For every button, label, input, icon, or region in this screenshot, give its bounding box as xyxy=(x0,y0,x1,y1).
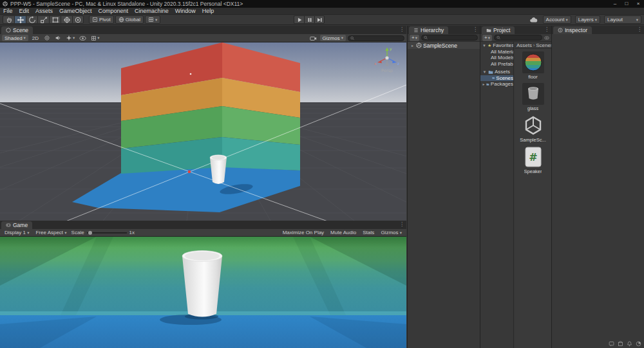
panel-menu-icon[interactable]: ⋮ xyxy=(399,221,404,227)
account-dropdown[interactable]: Account▾ xyxy=(543,15,571,24)
tab-inspector[interactable]: Inspector xyxy=(553,26,592,34)
layout-label: Layout xyxy=(607,17,623,23)
tab-game[interactable]: Game xyxy=(1,221,32,229)
tree-item-assets[interactable]: ▼ Assets xyxy=(480,69,513,75)
game-canvas[interactable] xyxy=(0,237,406,348)
display-dropdown[interactable]: Display 1 ▾ xyxy=(3,230,31,236)
game-gizmos-dropdown[interactable]: Gizmos ▾ xyxy=(379,230,404,236)
menu-item-cinemachine[interactable]: Cinemachine xyxy=(131,8,172,15)
asset-item-glass[interactable]: glass xyxy=(515,83,551,111)
snap-settings-button[interactable]: ▾ xyxy=(145,15,160,24)
scene-search[interactable] xyxy=(348,35,404,41)
breadcrumb-scenes[interactable]: Scenes xyxy=(536,42,553,48)
chevron-down-icon: ▾ xyxy=(595,17,597,23)
aspect-dropdown[interactable]: Free Aspect ▾ xyxy=(33,230,68,236)
menu-item-help[interactable]: Help xyxy=(199,8,218,15)
rotate-tool-button[interactable] xyxy=(26,15,37,24)
shading-mode-dropdown[interactable]: Shaded▾ xyxy=(2,35,28,41)
tab-project[interactable]: Project xyxy=(482,26,515,34)
scene-toolbar: Shaded▾ 2D ▾ ▾ Gizmos▾ xyxy=(0,34,406,42)
project-tab-icon xyxy=(486,28,491,33)
2d-toggle-button[interactable]: 2D xyxy=(30,35,41,41)
cloud-collab-button[interactable] xyxy=(528,16,539,23)
maximize-button[interactable]: □ xyxy=(621,0,632,8)
expander-icon[interactable]: ▼ xyxy=(482,70,487,74)
expander-icon[interactable]: ▸ xyxy=(410,43,415,48)
panel-menu-icon[interactable]: ⋮ xyxy=(399,26,404,32)
add-object-button[interactable]: +▾ xyxy=(410,35,419,41)
layers-dropdown[interactable]: Layers▾ xyxy=(575,15,600,24)
scene-lighting-toggle[interactable] xyxy=(43,35,52,42)
chevron-down-icon: ▾ xyxy=(488,35,490,41)
package-status-icon[interactable] xyxy=(618,341,623,347)
pivot-toggle-button[interactable]: Pivot xyxy=(89,15,114,24)
menu-item-window[interactable]: Window xyxy=(172,8,199,15)
notification-bell-icon[interactable] xyxy=(627,341,632,347)
play-button[interactable] xyxy=(294,15,304,24)
hierarchy-search[interactable] xyxy=(421,35,478,41)
progress-activity-icon[interactable] xyxy=(636,341,641,347)
stats-toggle[interactable]: Stats xyxy=(361,230,376,236)
scene-camera-settings[interactable] xyxy=(308,35,318,42)
menu-item-file[interactable]: File xyxy=(0,8,16,15)
panel-menu-icon[interactable]: ⋮ xyxy=(473,26,478,32)
gizmos-dropdown[interactable]: Gizmos▾ xyxy=(320,35,346,41)
minimize-button[interactable]: – xyxy=(609,0,621,8)
tree-item-packages[interactable]: ▸ Packages xyxy=(480,81,513,87)
panel-menu-icon[interactable]: ⋮ xyxy=(637,26,642,32)
menu-bar: File Edit Assets GameObject Component Ci… xyxy=(0,8,644,15)
close-button[interactable]: × xyxy=(632,0,644,8)
panel-menu-icon[interactable]: ⋮ xyxy=(544,26,549,32)
scene-audio-toggle[interactable] xyxy=(53,35,62,42)
move-gizmo-origin[interactable] xyxy=(188,170,191,174)
hierarchy-search-input[interactable] xyxy=(429,35,475,41)
tree-item-scenes[interactable]: Scenes xyxy=(480,75,513,82)
tree-item-all-models[interactable]: All Models xyxy=(480,55,513,61)
global-toggle-button[interactable]: Global xyxy=(115,15,144,24)
grid-settings-dropdown[interactable]: ▾ xyxy=(90,35,100,42)
mute-audio-toggle[interactable]: Mute Audio xyxy=(328,230,358,236)
asset-label: glass xyxy=(527,105,539,111)
maximize-on-play-toggle[interactable]: Maximize On Play xyxy=(281,230,326,236)
hidden-packages-icon[interactable] xyxy=(544,35,549,41)
rect-tool-button[interactable] xyxy=(49,15,61,24)
assets-grid: floor glass xyxy=(515,50,551,339)
unity-logo-icon xyxy=(3,1,8,6)
console-message-icon[interactable] xyxy=(609,341,614,347)
aspect-label: Free Aspect xyxy=(35,230,63,235)
transform-tool-button[interactable] xyxy=(61,15,72,24)
tree-item-all-prefabs[interactable]: All Prefabs xyxy=(480,61,513,68)
menu-item-edit[interactable]: Edit xyxy=(16,8,33,15)
persp-label[interactable]: Persp xyxy=(381,68,393,73)
add-asset-button[interactable]: +▾ xyxy=(482,35,492,41)
asset-item-speaker[interactable]: # Speaker xyxy=(515,146,551,174)
glass-cup[interactable] xyxy=(210,155,227,184)
hierarchy-item-samplescene[interactable]: ▸ SampleScene xyxy=(408,42,480,49)
tree-item-favorites[interactable]: ▼ ★ Favorites xyxy=(480,42,513,49)
expander-icon[interactable]: ▸ xyxy=(482,82,485,86)
menu-item-component[interactable]: Component xyxy=(95,8,132,15)
move-tool-button[interactable] xyxy=(14,15,26,24)
scene-visibility-toggle[interactable] xyxy=(78,35,88,42)
custom-tool-button[interactable] xyxy=(72,15,84,24)
tab-scene[interactable]: Scene xyxy=(1,26,33,34)
scene-effects-dropdown[interactable]: ▾ xyxy=(64,35,76,42)
expander-icon[interactable]: ▼ xyxy=(482,44,486,48)
scene-search-input[interactable] xyxy=(355,35,402,41)
project-search-input[interactable] xyxy=(502,35,540,41)
breadcrumb-assets[interactable]: Assets xyxy=(516,42,532,48)
menu-item-gameobject[interactable]: GameObject xyxy=(56,8,95,15)
tab-hierarchy[interactable]: Hierarchy xyxy=(409,26,448,34)
game-scale-slider[interactable] xyxy=(87,230,127,235)
step-button[interactable] xyxy=(314,15,325,24)
pause-button[interactable] xyxy=(304,15,314,24)
view-tool-button[interactable] xyxy=(3,15,14,24)
project-search[interactable] xyxy=(494,35,542,41)
scale-tool-button[interactable] xyxy=(37,15,49,24)
layout-dropdown[interactable]: Layout▾ xyxy=(604,15,641,24)
scene-canvas[interactable]: x y z Persp xyxy=(0,42,406,221)
tree-item-all-materials[interactable]: All Materials xyxy=(480,49,513,55)
asset-item-samplescene[interactable]: SampleSc... xyxy=(515,114,551,143)
asset-item-floor[interactable]: floor xyxy=(515,51,551,80)
menu-item-assets[interactable]: Assets xyxy=(32,8,56,15)
